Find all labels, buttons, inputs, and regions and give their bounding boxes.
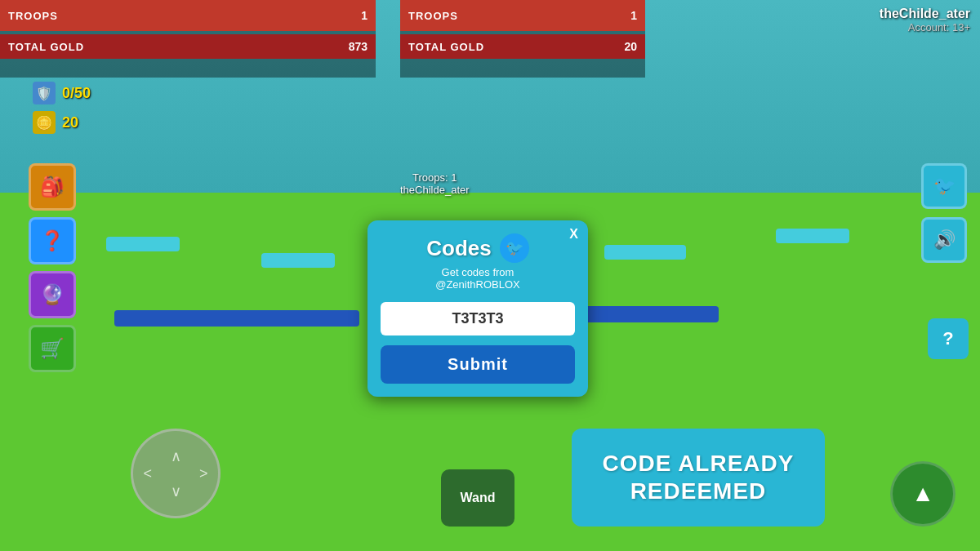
speaker-right-button[interactable]: 🔊 bbox=[921, 217, 967, 263]
shop-sidebar-icon: 🛒 bbox=[40, 337, 65, 360]
wand-sidebar-icon: 🔮 bbox=[40, 283, 65, 306]
dpad-outer-ring: ∧ < > ∨ bbox=[131, 429, 220, 518]
gold-bar-left: TOTAL GOLD 873 bbox=[0, 34, 376, 59]
troops-bar-right: TROOPS 1 bbox=[400, 0, 645, 31]
coin-icon: 🪙 bbox=[33, 111, 56, 134]
twitter-right-icon: 🐦 bbox=[933, 176, 956, 197]
up-arrow-button[interactable]: ▲ bbox=[890, 461, 956, 527]
twitter-right-button[interactable]: 🐦 bbox=[921, 163, 967, 209]
wand-label: Wand bbox=[461, 491, 496, 505]
hud-left: TROOPS 1 TOTAL GOLD 873 bbox=[0, 0, 376, 78]
dpad-controller[interactable]: ∧ < > ∨ bbox=[131, 429, 220, 518]
player-name-world-label: theChilde_ater bbox=[400, 184, 470, 196]
modal-close-button[interactable]: X bbox=[569, 227, 578, 242]
bag-sidebar-icon: 🎒 bbox=[40, 176, 65, 198]
modal-subtitle-text: Get codes from bbox=[442, 266, 514, 278]
sidebar-bag-button[interactable]: 🎒 bbox=[29, 163, 76, 211]
platform bbox=[106, 237, 180, 251]
gold-label-right: TOTAL GOLD bbox=[408, 41, 484, 53]
dpad-top-row: ∧ bbox=[171, 447, 181, 465]
platform bbox=[604, 245, 686, 260]
gold-bar-right: TOTAL GOLD 20 bbox=[400, 34, 645, 59]
account-age: Account: 13+ bbox=[880, 21, 970, 33]
modal-header: Codes 🐦 bbox=[381, 233, 575, 263]
redeemed-banner: CODE ALREADY REDEEMED bbox=[572, 429, 825, 527]
code-input-field[interactable] bbox=[381, 302, 575, 335]
hud-right: TROOPS 1 TOTAL GOLD 20 bbox=[400, 0, 645, 78]
troops-value-left: 1 bbox=[361, 9, 368, 22]
platform-blue bbox=[114, 310, 359, 327]
resource-panel: 🛡️ 0/50 🪙 20 bbox=[33, 82, 91, 134]
sidebar-shop-button[interactable]: 🛒 bbox=[29, 325, 76, 372]
dpad-up-arrow[interactable]: ∧ bbox=[171, 447, 181, 465]
redeemed-line1: CODE ALREADY bbox=[603, 451, 795, 476]
submit-button[interactable]: Submit bbox=[381, 345, 575, 384]
modal-subtitle: Get codes from @ZenithROBLOX bbox=[381, 266, 575, 291]
twitter-icon-modal: 🐦 bbox=[500, 233, 529, 263]
game-background: 💬 💭 🛍️ theChilde_ater Account: 13+ TROOP… bbox=[0, 0, 980, 551]
dpad-arrows: ∧ < > ∨ bbox=[133, 431, 218, 516]
dpad-left-arrow[interactable]: < bbox=[143, 465, 152, 482]
platform bbox=[776, 229, 849, 243]
troops-label-right: TROOPS bbox=[408, 10, 458, 22]
up-arrow-icon: ▲ bbox=[911, 481, 934, 507]
gold-label-left: TOTAL GOLD bbox=[8, 41, 84, 53]
twitter-bird-icon: 🐦 bbox=[506, 239, 523, 257]
sidebar: 🎒 ❓ 🔮 🛒 bbox=[29, 163, 76, 372]
question-sidebar-icon: ❓ bbox=[40, 229, 65, 252]
sidebar-wand-button[interactable]: 🔮 bbox=[29, 271, 76, 318]
troops-label-left: TROOPS bbox=[8, 10, 58, 22]
platform bbox=[261, 253, 335, 268]
shield-value: 0/50 bbox=[62, 85, 91, 102]
codes-modal: X Codes 🐦 Get codes from @ZenithROBLOX S… bbox=[368, 220, 588, 397]
question-help-button[interactable]: ? bbox=[928, 318, 969, 359]
redeemed-line2: REDEEMED bbox=[630, 478, 767, 504]
speaker-right-icon: 🔊 bbox=[933, 229, 956, 251]
account-username: theChilde_ater bbox=[880, 7, 970, 21]
account-info: theChilde_ater Account: 13+ bbox=[880, 7, 970, 33]
player-world-label: Troops: 1 theChilde_ater bbox=[400, 171, 470, 196]
modal-title: Codes bbox=[426, 236, 491, 261]
shield-resource-row: 🛡️ 0/50 bbox=[33, 82, 91, 104]
redeemed-text: CODE ALREADY REDEEMED bbox=[603, 450, 795, 504]
troops-value-right: 1 bbox=[630, 9, 637, 22]
dpad-down-arrow[interactable]: ∨ bbox=[171, 482, 181, 500]
dpad-bottom-row: ∨ bbox=[171, 482, 181, 500]
troops-bar-left: TROOPS 1 bbox=[0, 0, 376, 31]
modal-twitter-handle: @ZenithROBLOX bbox=[435, 278, 520, 291]
player-troops-world-label: Troops: 1 bbox=[400, 171, 470, 184]
coin-resource-row: 🪙 20 bbox=[33, 111, 91, 134]
coin-value: 20 bbox=[62, 114, 78, 131]
dpad-right-arrow[interactable]: > bbox=[199, 465, 208, 482]
sidebar-question-button[interactable]: ❓ bbox=[29, 217, 76, 264]
gold-value-right: 20 bbox=[624, 40, 637, 53]
dpad-middle-row: < > bbox=[143, 465, 207, 482]
gold-value-left: 873 bbox=[349, 40, 368, 53]
shield-icon: 🛡️ bbox=[33, 82, 56, 104]
right-panel: 🐦 🔊 bbox=[921, 163, 967, 263]
wand-button[interactable]: Wand bbox=[441, 469, 514, 527]
